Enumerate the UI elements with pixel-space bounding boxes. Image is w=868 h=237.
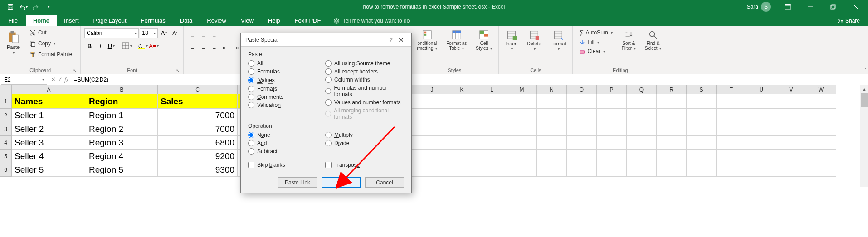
cell[interactable]	[627, 94, 657, 109]
cell[interactable]	[507, 163, 537, 177]
cell[interactable]	[657, 122, 687, 136]
cell[interactable]	[776, 122, 806, 136]
cell[interactable]: 9300	[158, 163, 238, 177]
minimize-button[interactable]	[800, 0, 821, 14]
format-as-table-button[interactable]: Format asTable ▾	[444, 28, 469, 53]
cell[interactable]: Sales	[158, 94, 238, 109]
cell[interactable]	[717, 109, 746, 122]
cell[interactable]	[687, 163, 717, 177]
find-select-button[interactable]: Find &Select ▾	[642, 28, 664, 53]
cell[interactable]	[417, 122, 447, 136]
column-header[interactable]: K	[447, 85, 477, 94]
fill-button[interactable]: Fill▾	[576, 38, 615, 46]
delete-cells-button[interactable]: Delete▾	[524, 28, 544, 53]
cell[interactable]	[447, 122, 477, 136]
cell[interactable]: Region 3	[86, 136, 158, 150]
cell[interactable]	[477, 136, 507, 150]
increase-font-button[interactable]: A^	[159, 28, 169, 38]
row-header[interactable]: 1	[0, 94, 12, 109]
cell[interactable]	[477, 94, 507, 109]
cell[interactable]	[597, 163, 627, 177]
column-header[interactable]: T	[717, 85, 746, 94]
name-box[interactable]: E2▾	[1, 75, 47, 85]
cell[interactable]	[507, 94, 537, 109]
cell[interactable]	[537, 163, 567, 177]
cell[interactable]: Seller 4	[12, 150, 86, 163]
cell[interactable]	[507, 109, 537, 122]
underline-button[interactable]: U▾	[106, 41, 116, 51]
radio-add[interactable]: Add	[248, 139, 325, 147]
cell[interactable]	[537, 122, 567, 136]
radio-formulas-num[interactable]: Formulas and number formats	[325, 84, 404, 98]
italic-button[interactable]: I	[95, 41, 105, 51]
column-header[interactable]: W	[806, 85, 836, 94]
tab-formulas[interactable]: Formulas	[134, 15, 173, 26]
radio-all[interactable]: All	[248, 59, 325, 68]
column-header[interactable]: L	[477, 85, 507, 94]
enter-formula-button[interactable]: ✓	[58, 76, 63, 83]
radio-multiply[interactable]: Multiply	[325, 131, 404, 139]
column-header[interactable]: Q	[627, 85, 657, 94]
cell[interactable]	[687, 94, 717, 109]
tab-file[interactable]: File	[0, 15, 26, 26]
cell[interactable]	[597, 94, 627, 109]
row-header[interactable]: 2	[0, 109, 12, 122]
cell[interactable]: Seller 1	[12, 109, 86, 122]
paste-button[interactable]: Paste ▾	[4, 28, 23, 57]
cell[interactable]	[717, 163, 746, 177]
cell[interactable]	[746, 94, 776, 109]
cell[interactable]: Region 1	[86, 109, 158, 122]
tab-review[interactable]: Review	[200, 15, 234, 26]
cell[interactable]	[477, 150, 507, 163]
format-painter-button[interactable]: Format Painter	[26, 50, 77, 59]
column-header[interactable]: O	[567, 85, 597, 94]
select-all-corner[interactable]	[0, 85, 12, 94]
cell[interactable]	[776, 109, 806, 122]
column-header[interactable]: V	[776, 85, 806, 94]
cell[interactable]	[447, 136, 477, 150]
bold-button[interactable]: B	[84, 41, 94, 51]
cell[interactable]	[687, 150, 717, 163]
align-top-button[interactable]: ≡	[187, 30, 197, 40]
cell[interactable]	[597, 122, 627, 136]
cell[interactable]: 6800	[158, 136, 238, 150]
cell[interactable]	[806, 122, 836, 136]
cell[interactable]	[746, 150, 776, 163]
cell[interactable]	[806, 163, 836, 177]
cell[interactable]	[597, 136, 627, 150]
cell[interactable]	[537, 94, 567, 109]
cell[interactable]: Region 5	[86, 163, 158, 177]
format-cells-button[interactable]: Format▾	[548, 28, 569, 53]
radio-formats[interactable]: Formats	[248, 85, 325, 93]
column-header[interactable]: N	[537, 85, 567, 94]
cell[interactable]	[417, 163, 447, 177]
sort-filter-button[interactable]: Sort &Filter ▾	[619, 28, 639, 53]
cell[interactable]	[657, 136, 687, 150]
cell[interactable]	[417, 136, 447, 150]
cell[interactable]	[806, 94, 836, 109]
cell[interactable]: Seller 3	[12, 136, 86, 150]
insert-cells-button[interactable]: Insert▾	[502, 28, 521, 53]
decrease-indent-button[interactable]: ⇤	[220, 43, 230, 53]
autosum-button[interactable]: ∑AutoSum▾	[576, 28, 615, 37]
cell[interactable]	[447, 150, 477, 163]
cell[interactable]: Region	[86, 94, 158, 109]
radio-values[interactable]: Values	[248, 76, 325, 85]
borders-button[interactable]: ▾	[122, 41, 132, 51]
cell[interactable]	[657, 109, 687, 122]
conditional-format-button[interactable]: onditionalrmatting ▾	[414, 28, 440, 53]
column-header[interactable]: S	[687, 85, 717, 94]
row-header[interactable]: 6	[0, 163, 12, 177]
collapse-ribbon-button[interactable]: ˇ	[865, 68, 866, 73]
font-color-button[interactable]: A▾	[149, 41, 159, 51]
column-header[interactable]: B	[86, 85, 158, 94]
scroll-up-arrow[interactable]: ▲	[860, 85, 868, 93]
font-name-dropdown[interactable]: Calibri▾	[84, 28, 139, 38]
cell[interactable]	[567, 122, 597, 136]
cell[interactable]	[806, 136, 836, 150]
qat-customize[interactable]: ▾	[43, 1, 54, 13]
cell[interactable]: 7000	[158, 109, 238, 122]
cell[interactable]	[477, 163, 507, 177]
clipboard-launcher[interactable]: ⤡	[73, 68, 77, 73]
cell[interactable]	[657, 150, 687, 163]
